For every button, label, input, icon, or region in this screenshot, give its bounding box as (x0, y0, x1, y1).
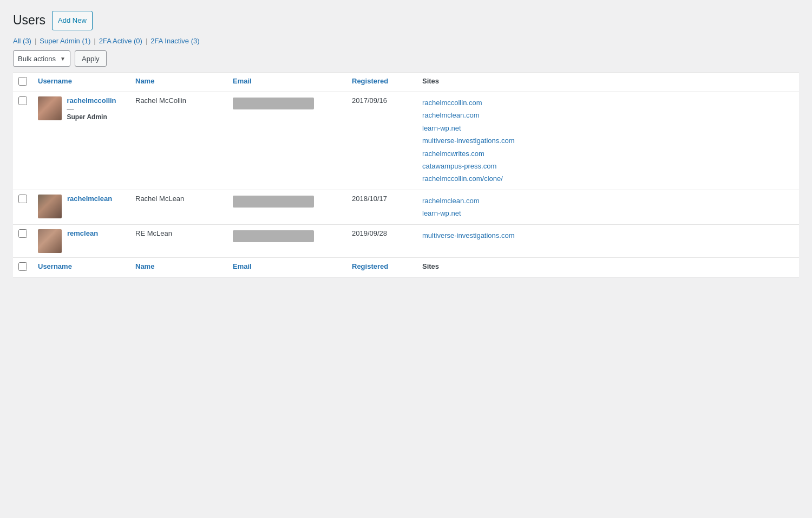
user-role: Super Admin (67, 113, 107, 121)
site-link[interactable]: learn-wp.net (422, 207, 794, 219)
email-redacted (233, 98, 314, 109)
users-table: Username Name Email Registered Sites rac… (13, 72, 799, 277)
email-cell-rachelmccollin (227, 92, 346, 190)
col-header-sites: Sites (417, 73, 799, 92)
add-new-button[interactable]: Add New (52, 11, 93, 30)
site-link[interactable]: rachelmclean.com (422, 109, 794, 121)
site-link[interactable]: multiverse-investigations.com (422, 134, 794, 147)
registered-cell-remclean: 2019/09/28 (346, 224, 417, 257)
row-checkbox-rachelmclean[interactable] (18, 195, 27, 203)
col-header-registered[interactable]: Registered (346, 73, 417, 92)
registered-cell-rachelmccollin: 2017/09/16 (346, 92, 417, 190)
username-cell-rachelmccollin: rachelmccollin — Super Admin (32, 92, 130, 190)
filter-separator: | (35, 37, 36, 45)
avatar (38, 229, 62, 253)
avatar (38, 96, 62, 120)
site-link[interactable]: rachelmccollin.com (422, 96, 794, 109)
filter-link-all[interactable]: All (3) (13, 37, 31, 45)
select-all-footer-checkbox[interactable] (18, 262, 27, 271)
email-cell-rachelmclean (227, 190, 346, 224)
role-separator: — (67, 105, 74, 113)
row-checkbox-cell-remclean (13, 224, 32, 257)
filter-separator: | (94, 37, 95, 45)
filter-link-super-admin[interactable]: Super Admin (1) (40, 37, 90, 45)
site-link[interactable]: rachelmccollin.com/clone/ (422, 172, 794, 185)
name-cell-rachelmccollin: Rachel McCollin (130, 92, 227, 190)
email-cell-remclean (227, 224, 346, 257)
bulk-actions-select[interactable]: Bulk actions ▼ (13, 50, 70, 67)
select-all-footer-checkbox-cell (13, 257, 32, 277)
filter-link-2fa-active[interactable]: 2FA Active (0) (99, 37, 142, 45)
col-header-email[interactable]: Email (227, 73, 346, 92)
col-footer-email[interactable]: Email (227, 257, 346, 277)
bulk-actions-bar: Bulk actions ▼ Apply (13, 50, 799, 67)
registered-cell-rachelmclean: 2018/10/17 (346, 190, 417, 224)
apply-button[interactable]: Apply (75, 50, 107, 67)
row-checkbox-rachelmccollin[interactable] (18, 96, 27, 105)
col-footer-username[interactable]: Username (32, 257, 130, 277)
col-header-name[interactable]: Name (130, 73, 227, 92)
select-all-checkbox[interactable] (18, 77, 27, 86)
email-redacted (233, 230, 314, 242)
sites-cell-remclean: multiverse-investigations.com (417, 224, 799, 257)
username-link-rachelmccollin[interactable]: rachelmccollin (67, 96, 116, 105)
username-link-remclean[interactable]: remclean (67, 229, 98, 237)
table-footer-row: Username Name Email Registered Sites (13, 257, 799, 277)
site-link[interactable]: learn-wp.net (422, 122, 794, 134)
name-cell-rachelmclean: Rachel McLean (130, 190, 227, 224)
site-link[interactable]: multiverse-investigations.com (422, 229, 794, 242)
table-row: rachelmcleanRachel McLean2018/10/17rache… (13, 190, 799, 224)
page-header: Users Add New (13, 11, 799, 30)
name-cell-remclean: RE McLean (130, 224, 227, 257)
site-link[interactable]: catawampus-press.com (422, 160, 794, 172)
select-all-checkbox-cell (13, 73, 32, 92)
sites-cell-rachelmclean: rachelmclean.comlearn-wp.net (417, 190, 799, 224)
username-link-rachelmclean[interactable]: rachelmclean (67, 195, 112, 203)
col-footer-sites: Sites (417, 257, 799, 277)
table-row: rachelmccollin — Super AdminRachel McCol… (13, 92, 799, 190)
table-row: remcleanRE McLean2019/09/28multiverse-in… (13, 224, 799, 257)
avatar (38, 195, 62, 218)
table-header-row: Username Name Email Registered Sites (13, 73, 799, 92)
row-checkbox-cell-rachelmccollin (13, 92, 32, 190)
row-checkbox-cell-rachelmclean (13, 190, 32, 224)
filter-separator: | (146, 37, 147, 45)
filter-link-2fa-inactive[interactable]: 2FA Inactive (3) (150, 37, 199, 45)
col-header-username[interactable]: Username (32, 73, 130, 92)
filter-links: All (3)|Super Admin (1)|2FA Active (0)|2… (13, 37, 799, 45)
sites-cell-rachelmccollin: rachelmccollin.comrachelmclean.comlearn-… (417, 92, 799, 190)
col-footer-registered[interactable]: Registered (346, 257, 417, 277)
site-link[interactable]: rachelmcwrites.com (422, 147, 794, 160)
username-cell-remclean: remclean (32, 224, 130, 257)
chevron-down-icon: ▼ (60, 56, 66, 62)
page-title: Users (13, 12, 45, 29)
email-redacted (233, 196, 314, 208)
username-cell-rachelmclean: rachelmclean (32, 190, 130, 224)
col-footer-name[interactable]: Name (130, 257, 227, 277)
row-checkbox-remclean[interactable] (18, 229, 27, 238)
bulk-actions-label: Bulk actions (18, 55, 56, 63)
site-link[interactable]: rachelmclean.com (422, 195, 794, 207)
